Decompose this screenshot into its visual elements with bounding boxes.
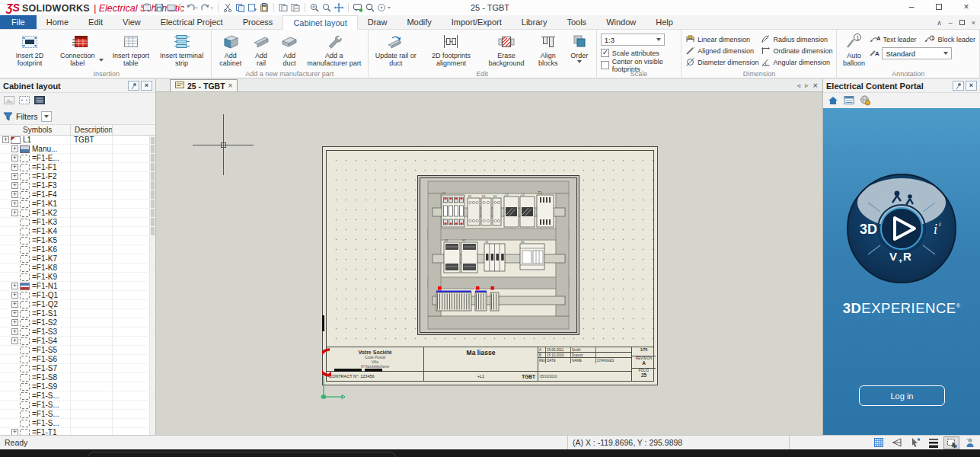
ordinate-dimension-button[interactable]: Ordinate dimension [761, 46, 832, 56]
tree-row[interactable]: +=F1-K1 [0, 200, 155, 209]
tree-row[interactable]: =F1-S9 [0, 382, 155, 391]
annotation-style-select[interactable]: Standard [882, 47, 952, 59]
add-duct-button[interactable]: Add duct [276, 31, 302, 69]
tree-row[interactable]: +=F1-Q2 [0, 300, 155, 309]
linear-dimension-button[interactable]: Linear dimension [685, 34, 758, 45]
scale-attributes-checkbox[interactable]: Scale attributes [601, 48, 678, 58]
tab-help[interactable]: Help [646, 15, 683, 29]
tree-row[interactable]: +=F1-S1 [0, 309, 155, 318]
tree-row[interactable]: =F1-S6 [0, 355, 155, 364]
expand-icon[interactable]: + [11, 292, 18, 299]
expand-icon[interactable]: + [11, 155, 18, 161]
web-refresh-icon[interactable] [859, 94, 871, 107]
snap-toggle-icon[interactable] [907, 436, 923, 449]
insert-2d-footprint-button[interactable]: Insert 2D footprint [6, 31, 53, 69]
document-tab[interactable]: 25 - TGBT × [170, 79, 238, 91]
aligned-dimension-button[interactable]: Aligned dimension [685, 46, 758, 56]
pin-panel-button[interactable] [128, 81, 139, 91]
close-panel-button[interactable]: × [966, 81, 977, 91]
checkbox-icon[interactable] [601, 61, 609, 69]
tab-edit[interactable]: Edit [78, 15, 113, 29]
tree-row[interactable]: =F1-K7 [0, 254, 155, 264]
tree-row[interactable]: +=F1-S3 [0, 328, 155, 337]
tree-row[interactable]: =F1-K4 [0, 227, 155, 236]
filters-dropdown[interactable] [41, 111, 52, 122]
align-blocks-button[interactable]: Align blocks [532, 31, 564, 69]
expand-icon[interactable]: + [11, 209, 18, 216]
tab-process[interactable]: Process [233, 15, 283, 29]
tree-row[interactable]: =F1-K3 [0, 218, 155, 227]
expand-icon[interactable]: + [2, 136, 9, 143]
tab-home[interactable]: Home [37, 15, 78, 29]
lineweight-toggle-icon[interactable] [925, 436, 941, 449]
cabinet-drawing[interactable]: -F1 -F2 -F3 -F4 -Q1 -Q2 -T1 -K1 -K2 -S1 [417, 175, 579, 335]
grid-toggle-icon[interactable] [870, 436, 886, 449]
next-tab-icon[interactable]: ▹ [805, 81, 809, 89]
text-leader-button[interactable]: A Text leader [869, 34, 916, 45]
expand-icon[interactable]: + [11, 319, 18, 326]
tab-tools[interactable]: Tools [557, 15, 596, 29]
tree-row[interactable]: +=F1-F1 [0, 163, 155, 172]
connection-label-button[interactable]: Connection label [56, 31, 105, 69]
tree-row[interactable]: +L1TGBT [0, 136, 155, 145]
list-view-icon[interactable] [34, 94, 46, 107]
expand-icon[interactable]: + [11, 337, 18, 344]
catalog-icon[interactable] [843, 94, 855, 107]
close-button[interactable]: × [953, 0, 980, 15]
footprint-view-icon[interactable] [18, 94, 31, 107]
tree-row[interactable]: =F1-S... [0, 401, 155, 410]
tree-row[interactable]: =F1-S8 [0, 373, 155, 382]
home-icon[interactable] [827, 94, 839, 107]
filters-label[interactable]: Filters [16, 112, 38, 121]
tree-row[interactable]: =F1-K8 [0, 264, 155, 273]
tab-electrical-project[interactable]: Electrical Project [151, 15, 233, 29]
collapse-ribbon-icon[interactable]: ∧ [937, 19, 942, 27]
tree-row[interactable]: =F1-S7 [0, 364, 155, 373]
order-button[interactable]: Order [567, 31, 592, 64]
expand-icon[interactable]: + [11, 164, 18, 171]
tab-view[interactable]: View [113, 15, 151, 29]
tree-row[interactable]: +=F1-S2 [0, 318, 155, 328]
expand-icon[interactable]: + [11, 173, 18, 180]
pin-panel-button[interactable] [953, 81, 964, 91]
prev-tab-icon[interactable]: ◃ [797, 81, 801, 89]
tree-row[interactable]: +=F1-N1 [0, 282, 155, 291]
tree-row[interactable]: =F1-K5 [0, 236, 155, 245]
tree-row[interactable]: +=F1-F4 [0, 190, 155, 200]
tree-row[interactable]: +=F1-K2 [0, 209, 155, 218]
tree-row[interactable]: =F1-K9 [0, 273, 155, 282]
block-leader-button[interactable]: 1 Block leader [924, 34, 975, 45]
tree-row[interactable]: =F1-S... [0, 419, 155, 428]
ribbon-minimize-icon[interactable]: – [949, 19, 953, 27]
add-cabinet-button[interactable]: Add cabinet [215, 31, 246, 69]
drawing-canvas[interactable]: -F1 -F2 -F3 -F4 -Q1 -Q2 -T1 -K1 -K2 -S1 [156, 92, 822, 435]
update-rail-or-duct-button[interactable]: Update rail or duct [372, 31, 420, 69]
connection-label-dropdown-icon[interactable] [99, 59, 104, 62]
close-panel-button[interactable]: × [141, 81, 152, 91]
expand-icon[interactable]: + [11, 200, 18, 207]
tab-modify[interactable]: Modify [397, 15, 441, 29]
ribbon-close-icon[interactable]: × [972, 19, 975, 27]
angular-dimension-button[interactable]: Angular dimension [761, 57, 832, 68]
minimize-button[interactable]: – [898, 0, 925, 15]
center-on-visible-footprints-checkbox[interactable]: Center on visible footprints [601, 60, 678, 70]
selection-filter-icon[interactable] [943, 436, 959, 449]
expand-icon[interactable]: + [11, 310, 18, 317]
expand-icon[interactable]: + [11, 301, 18, 308]
insert-report-table-button[interactable]: Insert report table [107, 31, 154, 69]
tree-row[interactable]: +=F1-F2 [0, 172, 155, 181]
log-in-button[interactable]: Log in [859, 385, 945, 406]
tree-row[interactable]: +=F1-E... [0, 154, 155, 163]
tree-row[interactable]: +=F1-S4 [0, 337, 155, 346]
preview-image-icon[interactable] [3, 94, 16, 107]
tab-library[interactable]: Library [512, 15, 557, 29]
checkbox-icon[interactable] [601, 49, 609, 57]
tab-window[interactable]: Window [596, 15, 646, 29]
tree-row[interactable]: =F1-S... [0, 410, 155, 419]
tree-row[interactable]: +=F1-T1 [0, 428, 155, 435]
order-dropdown-icon[interactable] [577, 60, 582, 63]
erase-background-button[interactable]: Erase background [483, 31, 530, 69]
radius-dimension-button[interactable]: Radius dimension [761, 34, 832, 45]
ortho-toggle-icon[interactable] [889, 436, 905, 449]
add-manufacturer-part-button[interactable]: Add a manufacturer part [305, 31, 364, 69]
